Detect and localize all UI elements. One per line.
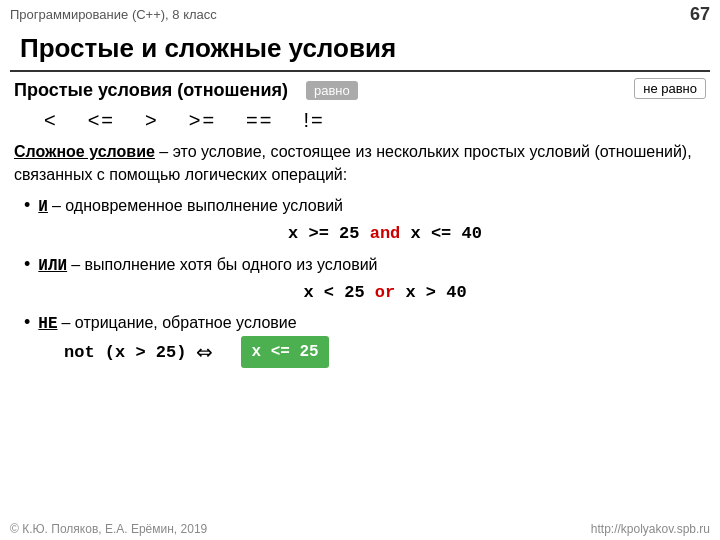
code-or: x < 25 or x > 40 bbox=[64, 278, 706, 308]
bullet-keyword-and: И bbox=[38, 195, 48, 219]
bullet-text-not: – отрицание, обратное условие bbox=[62, 311, 297, 335]
footer: © К.Ю. Поляков, Е.А. Ерёмин, 2019 http:/… bbox=[0, 522, 720, 536]
bullet-or-line: • ИЛИ – выполнение хотя бы одного из усл… bbox=[24, 251, 706, 278]
op-ne: != bbox=[303, 109, 324, 132]
complex-keyword: Сложное условие bbox=[14, 143, 155, 160]
badge-ne-ravno: не равно bbox=[634, 78, 706, 99]
url: http://kpolyakov.spb.ru bbox=[591, 522, 710, 536]
operators-row: < <= > >= == != bbox=[14, 105, 706, 136]
top-bar: Программирование (С++), 8 класс 67 bbox=[0, 0, 720, 29]
bullet-dot-and: • bbox=[24, 192, 30, 219]
page-number: 67 bbox=[690, 4, 710, 25]
badge-ravno: равно bbox=[306, 81, 358, 100]
content-area: Простые условия (отношения) равно не рав… bbox=[0, 72, 720, 376]
and-keyword: and bbox=[370, 224, 401, 243]
op-gt: > bbox=[145, 109, 159, 132]
code-not: not (x > 25) bbox=[64, 338, 186, 368]
bullets-list: • И – одновременное выполнение условий x… bbox=[14, 192, 706, 368]
code-and: x >= 25 and x <= 40 bbox=[64, 219, 706, 249]
bullet-text-and: – одновременное выполнение условий bbox=[52, 194, 343, 218]
course-label: Программирование (С++), 8 класс bbox=[10, 7, 217, 22]
page-title: Простые и сложные условия bbox=[10, 29, 710, 72]
bullet-not-line: • НЕ – отрицание, обратное условие bbox=[24, 309, 706, 336]
bullet-dot-not: • bbox=[24, 309, 30, 336]
bullet-not: • НЕ – отрицание, обратное условие not (… bbox=[24, 309, 706, 368]
bullet-dot-or: • bbox=[24, 251, 30, 278]
bullet-text-or: – выполнение хотя бы одного из условий bbox=[71, 253, 377, 277]
simple-conditions-label: Простые условия (отношения) bbox=[14, 80, 288, 101]
bullet-and-line: • И – одновременное выполнение условий bbox=[24, 192, 706, 219]
op-lt: < bbox=[44, 109, 58, 132]
complex-block: Сложное условие – это условие, состоящее… bbox=[14, 140, 706, 186]
bullet-keyword-not: НЕ bbox=[38, 312, 57, 336]
bullet-and: • И – одновременное выполнение условий x… bbox=[24, 192, 706, 249]
op-le: <= bbox=[88, 109, 115, 132]
arrow-symbol: ⇔ bbox=[196, 337, 213, 367]
bullet-keyword-or: ИЛИ bbox=[38, 254, 67, 278]
or-keyword: or bbox=[375, 283, 395, 302]
badge-x-le-25: x <= 25 bbox=[241, 336, 328, 368]
op-eq: == bbox=[246, 109, 273, 132]
copyright: © К.Ю. Поляков, Е.А. Ерёмин, 2019 bbox=[10, 522, 207, 536]
op-ge: >= bbox=[189, 109, 216, 132]
simple-conditions-row: Простые условия (отношения) равно не рав… bbox=[14, 80, 706, 101]
not-line-wrapper: not (x > 25) ⇔ x <= 25 bbox=[24, 336, 706, 368]
bullet-or: • ИЛИ – выполнение хотя бы одного из усл… bbox=[24, 251, 706, 308]
